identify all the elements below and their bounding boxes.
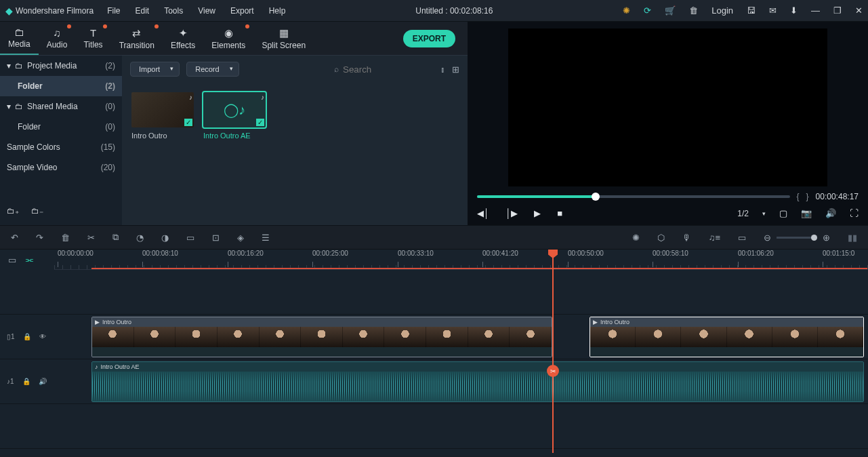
menu-tools[interactable]: Tools: [164, 6, 183, 16]
audio-clip[interactable]: ♪Intro Outro AE: [91, 361, 864, 402]
ruler-tick: 00:00:25:00: [312, 250, 348, 257]
preview-viewport[interactable]: [468, 22, 868, 186]
prev-frame-button[interactable]: ◀│: [477, 208, 489, 218]
minimize-icon[interactable]: —: [811, 5, 820, 16]
refresh-icon[interactable]: ⟳: [644, 5, 651, 16]
timeline-empty-row-2[interactable]: [0, 404, 868, 449]
menu-view[interactable]: View: [198, 6, 215, 16]
menu-help[interactable]: Help: [269, 6, 286, 16]
save-icon[interactable]: 🖫: [747, 5, 756, 16]
lock-icon[interactable]: 🔒: [22, 378, 30, 385]
trash-icon[interactable]: 🗑: [689, 5, 698, 16]
menu-edit[interactable]: Edit: [136, 6, 150, 16]
sidebar-item-folder[interactable]: Folder(2): [0, 76, 122, 96]
render-button[interactable]: ✺: [632, 233, 640, 243]
next-frame-button[interactable]: │▶: [505, 208, 518, 218]
track-options-icon[interactable]: ▭: [8, 255, 16, 265]
stop-button[interactable]: ■: [557, 208, 562, 218]
redo-button[interactable]: ↷: [36, 233, 43, 243]
zoom-slider[interactable]: [777, 237, 817, 239]
sidebar-item-sample-colors[interactable]: Sample Colors(15): [0, 137, 122, 157]
marker-button[interactable]: ⬡: [657, 233, 665, 243]
scrub-knob[interactable]: [592, 193, 600, 201]
playback-speed[interactable]: 1/2: [737, 209, 749, 218]
new-folder-icon[interactable]: 🗀₊: [7, 206, 19, 216]
split-button[interactable]: ✂: [87, 233, 95, 243]
download-icon[interactable]: ⬇: [790, 5, 798, 16]
audio-meter-icon[interactable]: ▮▮: [848, 233, 857, 243]
tips-icon[interactable]: ✺: [623, 5, 630, 16]
volume-icon[interactable]: 🔊: [825, 208, 836, 218]
menu-export[interactable]: Export: [230, 6, 254, 16]
media-thumb-audio[interactable]: ◯♪♪✓ Intro Outro AE: [203, 92, 266, 140]
login-link[interactable]: Login: [711, 5, 733, 16]
tab-effects[interactable]: ✦Effects: [163, 22, 203, 55]
mixer-button[interactable]: ♫≡: [709, 233, 720, 243]
tab-media[interactable]: 🗀Media: [0, 22, 39, 55]
display-icon[interactable]: ▢: [779, 208, 787, 218]
delete-button[interactable]: 🗑: [61, 233, 70, 243]
zoom-out-button[interactable]: ⊖: [764, 233, 771, 243]
mute-icon[interactable]: 🔊: [39, 378, 47, 385]
magnet-icon[interactable]: ⫘: [24, 255, 33, 265]
playhead-handle-icon[interactable]: [548, 250, 558, 258]
export-button[interactable]: EXPORT: [403, 30, 455, 47]
tab-transition[interactable]: ⇄Transition: [111, 22, 163, 55]
visibility-icon[interactable]: 👁: [39, 333, 46, 340]
media-panel: 🗀Media ♫Audio TTitles ⇄Transition ✦Effec…: [0, 22, 468, 225]
main-menu: File Edit Tools View Export Help: [107, 6, 285, 16]
sidebar-item-shared-media[interactable]: ▾🗀Shared Media(0): [0, 96, 122, 117]
tab-titles[interactable]: TTitles: [75, 22, 110, 55]
detach-button[interactable]: ⊡: [212, 233, 220, 243]
music-badge-icon: ♪: [261, 94, 264, 101]
maximize-icon[interactable]: ❐: [833, 5, 842, 16]
thumbnails-button[interactable]: ▭: [738, 233, 746, 243]
document-title: Untitled : 00:02:08:16: [285, 6, 623, 16]
grid-view-icon[interactable]: ⊞: [452, 64, 459, 75]
chevron-down-icon[interactable]: ▾: [762, 210, 766, 217]
fullscreen-icon[interactable]: ⛶: [850, 208, 859, 218]
speed-button[interactable]: ◔: [136, 233, 144, 243]
filter-icon[interactable]: ⫾: [440, 64, 445, 75]
video-clip[interactable]: ▶Intro Outro: [590, 317, 864, 357]
color-button[interactable]: ◑: [161, 233, 169, 243]
crop-button[interactable]: ⧉: [112, 232, 119, 243]
lock-icon[interactable]: 🔒: [23, 333, 31, 340]
mark-out-button[interactable]: }: [806, 192, 809, 201]
keyframe-button[interactable]: ◈: [237, 233, 244, 243]
zoom-in-button[interactable]: ⊕: [823, 233, 830, 243]
green-screen-button[interactable]: ▭: [186, 233, 194, 243]
record-dropdown[interactable]: Record: [186, 62, 239, 77]
video-track-label: ▯1: [7, 333, 15, 340]
undo-button[interactable]: ↶: [11, 233, 18, 243]
search-input[interactable]: [343, 64, 424, 75]
sidebar-item-project-media[interactable]: ▾🗀Project Media(2): [0, 56, 122, 76]
ruler-tick: 00:00:33:10: [398, 250, 434, 257]
tab-split-screen[interactable]: ▦Split Screen: [253, 22, 314, 55]
sidebar-item-sample-video[interactable]: Sample Video(20): [0, 157, 122, 178]
cart-icon[interactable]: 🛒: [665, 5, 676, 16]
media-browser: Import Record ⌕ ⫾ ⊞ ♪✓ Intro Outro ◯: [122, 56, 468, 225]
record-vo-button[interactable]: 🎙: [682, 233, 691, 243]
media-thumb-video[interactable]: ♪✓ Intro Outro: [131, 92, 194, 140]
settings-button[interactable]: ☰: [262, 233, 270, 243]
ruler-tick: 00:01:15:0: [823, 250, 854, 257]
snapshot-icon[interactable]: 📷: [801, 208, 812, 218]
delete-folder-icon[interactable]: 🗀₋: [31, 206, 43, 216]
audio-track: ♪1 🔒 🔊 ♪Intro Outro AE: [0, 359, 868, 404]
scrub-bar[interactable]: [477, 195, 790, 198]
mark-in-button[interactable]: {: [797, 192, 800, 201]
timeline-empty-row[interactable]: [0, 270, 868, 315]
playhead-cut-icon[interactable]: ✂: [547, 365, 559, 377]
menu-file[interactable]: File: [107, 6, 120, 16]
video-clip[interactable]: ▶Intro Outro: [91, 317, 552, 357]
timeline-ruler[interactable]: ✂ 00:00:00:0000:00:08:1000:00:16:2000:00…: [54, 250, 868, 270]
tab-audio[interactable]: ♫Audio: [39, 22, 76, 55]
mail-icon[interactable]: ✉: [769, 5, 777, 16]
import-dropdown[interactable]: Import: [130, 62, 180, 77]
playhead[interactable]: ✂: [552, 250, 554, 453]
tab-elements[interactable]: ◉Elements: [203, 22, 253, 55]
sidebar-item-folder-2[interactable]: Folder(0): [0, 117, 122, 137]
play-button[interactable]: ▶: [534, 208, 541, 218]
close-icon[interactable]: ✕: [855, 5, 863, 16]
